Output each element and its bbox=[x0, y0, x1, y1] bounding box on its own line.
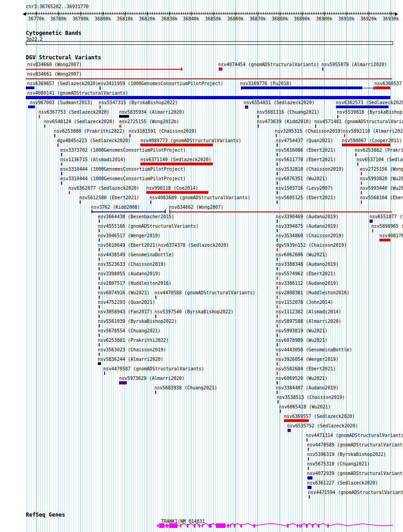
variant-marker[interactable] bbox=[61, 182, 62, 185]
gene-exon[interactable] bbox=[301, 524, 302, 527]
variant-label[interactable]: nsv5683938 (Chuang2021) bbox=[154, 385, 217, 390]
variant-label[interactable]: nsv5955079 (Almarri2020) bbox=[321, 62, 387, 67]
variant-marker[interactable] bbox=[165, 210, 166, 213]
variant-marker[interactable] bbox=[277, 305, 278, 308]
variant-label[interactable]: nsv4555166 (gnomADStructuralVariants) bbox=[98, 224, 199, 229]
variant-label[interactable]: nsv3534860 (Chaisson2019) bbox=[276, 233, 344, 238]
variant-label[interactable]: nsv5675310 (Chuang2021) bbox=[307, 461, 369, 466]
variant-label[interactable]: nsv3386112 (Audano2019) bbox=[276, 281, 338, 286]
variant-marker[interactable] bbox=[342, 144, 390, 146]
variant-label[interactable]: nsv6065418 (Wu2021) bbox=[279, 404, 331, 409]
variant-marker[interactable] bbox=[277, 144, 278, 147]
variant-marker[interactable] bbox=[277, 286, 278, 289]
variant-label[interactable]: esv1503716 (Levy2007) bbox=[276, 186, 333, 191]
variant-marker[interactable] bbox=[276, 134, 277, 137]
variant-marker[interactable] bbox=[361, 201, 362, 204]
variant-label[interactable]: nsv408176 bbox=[379, 233, 403, 238]
variant-label[interactable]: esv3310444 (1000GenomesConsortiumPilotPr… bbox=[60, 176, 186, 181]
variant-label[interactable]: nsv4470588 (gnomADStructuralVariants) bbox=[154, 290, 255, 295]
variant-label[interactable]: nsv473639 (Kidd2010) bbox=[257, 119, 311, 124]
variant-marker[interactable] bbox=[307, 476, 312, 479]
variant-marker[interactable] bbox=[100, 105, 101, 109]
variant-marker[interactable] bbox=[28, 105, 35, 108]
variant-label[interactable]: nsv6361227 (Sedlazeck2020) bbox=[307, 480, 378, 485]
variant-label[interactable]: nsv4080141 (gnomADStructuralVariants) bbox=[27, 91, 128, 96]
variant-label[interactable]: nsv5561039 (ByrskaBishop2022) bbox=[98, 319, 177, 324]
variant-label[interactable]: nsv5898965 ( bbox=[371, 224, 403, 229]
variant-label[interactable]: nsv6253882 (Prakri bbox=[355, 148, 403, 153]
variant-label[interactable]: nsv6369657 (Sedlazeck2020) bbox=[27, 81, 98, 86]
variant-label[interactable]: nsv4571481 (gnomADStructuralVaria bbox=[314, 119, 403, 124]
variant-marker[interactable] bbox=[361, 182, 362, 185]
variant-label[interactable]: nsv3762 (Kidd2008) bbox=[91, 205, 140, 210]
variant-label[interactable]: nsv4074454 (gnomADStructuralVariants) bbox=[218, 62, 319, 67]
gene-exon[interactable] bbox=[202, 524, 203, 527]
variant-marker[interactable] bbox=[99, 277, 100, 280]
variant-marker[interactable] bbox=[258, 125, 259, 128]
variant-label[interactable]: nsv3058943 (Fan2017) bbox=[98, 309, 152, 314]
variant-marker[interactable] bbox=[99, 239, 100, 242]
variant-label[interactable]: nsv5605125 (Ebert2021) bbox=[276, 195, 336, 200]
variant-marker[interactable] bbox=[277, 343, 278, 346]
variant-marker[interactable] bbox=[284, 419, 309, 422]
gene-exon[interactable] bbox=[209, 524, 211, 527]
gene-exon[interactable] bbox=[180, 524, 181, 527]
variant-label[interactable]: nsv3926054 (Wenger2019) bbox=[276, 357, 338, 362]
variant-marker[interactable] bbox=[307, 438, 307, 441]
variant-inversion-marker[interactable]: H bbox=[119, 125, 121, 128]
variant-label[interactable]: nsv3398055 (Audano2019) bbox=[98, 271, 160, 276]
variant-marker[interactable] bbox=[181, 67, 182, 71]
variant-marker[interactable] bbox=[99, 305, 100, 308]
variant-label[interactable]: nsv6069520 (Wu2021) bbox=[276, 376, 327, 381]
variant-label[interactable]: nsv5539818 (ByrskaBishop2 bbox=[337, 110, 403, 115]
variant-marker[interactable] bbox=[140, 144, 213, 146]
variant-label[interactable]: nsv5973629 (Almarri2020) bbox=[119, 376, 185, 381]
variant-label[interactable]: nsv1136715 (Alsmadi2014) bbox=[60, 157, 126, 162]
variant-label[interactable]: nsv4470587 (gnomADStructuralVariants) bbox=[103, 366, 204, 371]
variant-label[interactable]: nsv4089773 (gnomADStructuralVariants) bbox=[140, 138, 241, 143]
variant-marker[interactable] bbox=[355, 153, 356, 156]
variant-label[interactable]: nsv3538513 (Chaisson2019) bbox=[277, 395, 345, 400]
variant-label[interactable]: nsv5835934 (Almarri2020) bbox=[119, 110, 185, 115]
variant-label[interactable]: nsv3390469 (Audano2019) bbox=[276, 214, 338, 219]
variant-label[interactable]: esv2725155 (Wong2012b) bbox=[119, 119, 179, 124]
variant-label[interactable]: nsv3523633 (Chaisson2019) bbox=[98, 262, 166, 267]
variant-marker[interactable] bbox=[277, 163, 278, 166]
variant-marker[interactable] bbox=[258, 115, 259, 118]
variant-label[interactable]: esv3664438 (Besenbacher2015) bbox=[98, 214, 174, 219]
variant-label[interactable]: nsv5582684 (Ebert2021) bbox=[276, 366, 336, 371]
variant-label[interactable]: nsv3169776 (Fu2018) bbox=[240, 81, 292, 86]
variant-marker[interactable] bbox=[278, 400, 278, 403]
gene-exon[interactable] bbox=[318, 524, 319, 527]
variant-label[interactable]: nsv834661 (Wong2007) bbox=[27, 72, 82, 77]
gene-exon[interactable] bbox=[230, 524, 231, 527]
variant-marker[interactable] bbox=[159, 248, 160, 251]
variant-label[interactable]: nsv4072939 (gnomADStructuralVariants bbox=[307, 471, 403, 476]
variant-marker[interactable] bbox=[372, 229, 373, 232]
variant-marker[interactable] bbox=[336, 105, 389, 108]
gene-exon[interactable] bbox=[287, 524, 288, 527]
variant-label[interactable]: esv3373702 (1000GenomesConsortiumPilotPr… bbox=[60, 148, 186, 153]
variant-marker[interactable] bbox=[277, 381, 278, 384]
variant-marker[interactable] bbox=[26, 78, 392, 79]
variant-marker[interactable] bbox=[99, 286, 100, 289]
variant-marker[interactable] bbox=[277, 172, 278, 175]
variant-marker[interactable] bbox=[119, 115, 129, 118]
variant-label[interactable]: nsv3946517 (Wenger2019) bbox=[98, 233, 160, 238]
variant-label[interactable]: nsv6554831 (Sedlazeck2020) bbox=[244, 100, 315, 105]
variant-marker[interactable] bbox=[69, 191, 70, 194]
variant-label[interactable]: nsv6551877 (S bbox=[369, 214, 403, 219]
variant-marker[interactable] bbox=[357, 163, 358, 166]
variant-marker[interactable] bbox=[39, 115, 40, 118]
variant-label[interactable]: nsv5612580 (Ebert2021) bbox=[79, 195, 139, 200]
variant-marker[interactable] bbox=[277, 239, 278, 242]
variant-marker[interactable] bbox=[344, 134, 345, 137]
variant-marker[interactable] bbox=[104, 372, 105, 375]
variant-marker[interactable] bbox=[277, 229, 278, 232]
variant-marker[interactable] bbox=[277, 220, 278, 223]
variant-marker[interactable] bbox=[61, 153, 62, 156]
variant-label[interactable]: nsv4471594 (gnomADStructuralVariants bbox=[308, 490, 403, 495]
variant-marker[interactable] bbox=[288, 429, 291, 432]
variant-marker[interactable] bbox=[277, 248, 278, 251]
gene-model-trank1[interactable] bbox=[0, 520, 403, 532]
